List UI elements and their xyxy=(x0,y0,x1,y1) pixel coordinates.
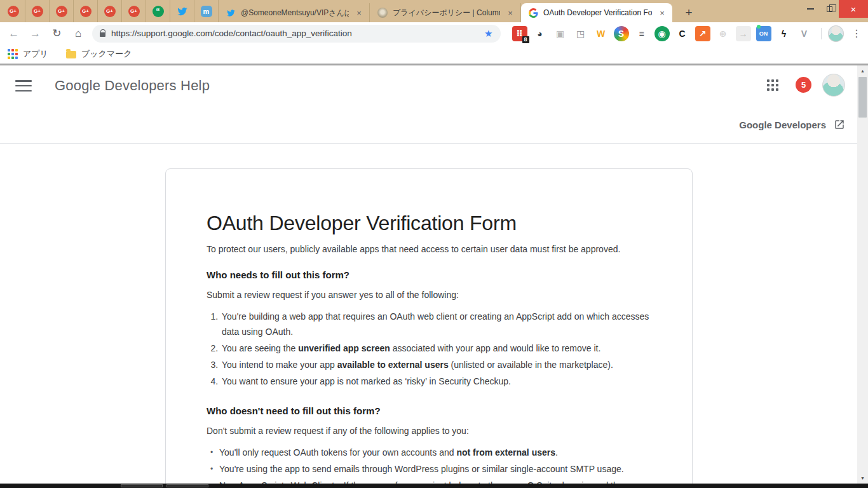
list-item: You'll only request OAuth tokens for you… xyxy=(209,445,651,460)
restore-icon xyxy=(827,6,832,12)
twitter-bird-icon xyxy=(177,6,188,17)
apps-grid-icon xyxy=(8,49,18,59)
tab-close-icon[interactable]: × xyxy=(505,8,515,18)
lightning-icon[interactable]: ϟ xyxy=(776,26,792,41)
twitter-bird-icon xyxy=(226,8,236,18)
new-tab-button[interactable]: + xyxy=(681,6,696,20)
atom-disabled-icon[interactable]: ⊛ xyxy=(715,26,731,41)
blocker-icon[interactable]: ◕ xyxy=(532,26,548,41)
section-heading-who-needs: Who needs to fill out this form? xyxy=(207,269,651,280)
tab-title: プライバシーポリシー | Column Mar xyxy=(393,8,500,18)
pinned-tab-gplus-6[interactable]: G+ xyxy=(122,0,146,22)
tab-close-icon[interactable]: × xyxy=(354,8,364,18)
pinned-tab-gplus-4[interactable]: G+ xyxy=(74,0,98,22)
pinned-tab-gplus-2[interactable]: G+ xyxy=(25,0,50,22)
window-close-button[interactable]: × xyxy=(839,0,868,18)
who-doesnt-list: You'll only request OAuth tokens for you… xyxy=(207,445,651,484)
gplus-icon: G+ xyxy=(8,6,19,17)
url-text[interactable]: https://support.google.com/code/contact/… xyxy=(111,29,478,38)
crowdfire-c-icon[interactable]: C xyxy=(675,26,690,41)
bookmarks-bar: アプリ ブックマーク xyxy=(0,44,868,64)
minimize-icon xyxy=(807,8,814,10)
reload-button[interactable]: ↻ xyxy=(49,26,64,41)
google-apps-grid-icon[interactable] xyxy=(767,79,778,91)
taskbar-window-stub xyxy=(166,484,208,487)
section-lead: Don't submit a review request if any of … xyxy=(207,426,651,436)
cast-icon[interactable]: ◳ xyxy=(573,26,588,41)
section-heading-who-doesnt: Who doesn't need to fill out this form? xyxy=(207,405,651,416)
extensions: ⠿8◕▣◳WS≡◉C↗⊛→ONϟV xyxy=(512,26,812,41)
site-title: Google Developers Help xyxy=(55,78,210,94)
tab-oauth-verification-active[interactable]: OAuth Developer Verification Fo × xyxy=(521,3,672,22)
privacy-eye-icon[interactable]: ◉ xyxy=(654,26,670,41)
page-scrollbar[interactable]: ▲ ▼ xyxy=(857,65,868,484)
google-developers-link[interactable]: Google Developers xyxy=(739,119,845,130)
who-needs-list: You're building a web app that requires … xyxy=(207,309,651,389)
scroll-up-icon[interactable]: ▲ xyxy=(857,65,868,76)
google-developers-link-label: Google Developers xyxy=(739,119,826,130)
gplus-icon: G+ xyxy=(32,6,43,17)
window-minimize-button[interactable] xyxy=(801,0,820,18)
list-item: You're using the app to send emails thro… xyxy=(209,461,651,477)
hamburger-menu-icon[interactable] xyxy=(15,79,32,93)
doc-disabled-icon[interactable]: → xyxy=(736,26,751,41)
taskbar-edge xyxy=(0,484,868,488)
tab-twitter-mentions[interactable]: @SomeoneMentsuyu/VIPさんは × xyxy=(219,3,370,22)
taskbar-window-stub xyxy=(121,484,163,487)
wikiwand-w-icon[interactable]: W xyxy=(593,26,609,41)
screenshot-grid-icon[interactable]: ⠿8 xyxy=(512,26,527,41)
mon-icon[interactable]: ON xyxy=(756,26,771,41)
bookmark-folder-icon xyxy=(66,51,76,58)
secure-lock-icon[interactable] xyxy=(100,32,105,37)
bookmark-star-icon[interactable]: ★ xyxy=(484,28,492,39)
article-card: OAuth Developer Verification Form To pro… xyxy=(165,168,693,484)
toolbar-separator xyxy=(821,28,822,39)
article-intro: To protect our users, publicly available… xyxy=(207,243,651,255)
v-collapse-icon[interactable]: V xyxy=(797,26,812,41)
apps-bookmark[interactable]: アプリ xyxy=(23,48,48,60)
address-bar[interactable]: https://support.google.com/code/contact/… xyxy=(92,25,501,43)
browser-profile-avatar[interactable] xyxy=(828,25,844,42)
scroll-down-icon[interactable]: ▼ xyxy=(857,473,868,484)
hangouts-icon: “ xyxy=(153,6,164,17)
account-avatar[interactable] xyxy=(822,74,845,97)
bookmarks-folder[interactable]: ブックマーク xyxy=(81,48,132,60)
notification-badge[interactable]: 5 xyxy=(796,77,811,93)
gplus-disabled-icon[interactable]: ▣ xyxy=(553,26,568,41)
pinned-tab-gplus-1[interactable]: G+ xyxy=(1,0,25,22)
header-divider xyxy=(0,143,857,144)
buffer-icon[interactable]: ≡ xyxy=(634,26,649,41)
pinned-tab-gplus-5[interactable]: G+ xyxy=(98,0,122,22)
page-content: Google Developers Help 5 Google Develope… xyxy=(0,65,868,484)
pinned-tab-twitter[interactable] xyxy=(170,0,194,22)
list-item: You are seeing the unverified app screen… xyxy=(220,341,651,356)
gplus-icon: G+ xyxy=(56,6,67,17)
back-button[interactable]: ← xyxy=(6,26,22,41)
tab-close-icon[interactable]: × xyxy=(657,8,667,18)
tab-privacy-policy[interactable]: プライバシーポリシー | Column Mar × xyxy=(370,3,521,22)
pinned-tab-mastodon[interactable]: m xyxy=(194,0,219,22)
window-restore-button[interactable] xyxy=(820,0,839,18)
tab-title: @SomeoneMentsuyu/VIPさんは xyxy=(241,8,349,18)
browser-toolbar: ← → ↻ ⌂ https://support.google.com/code/… xyxy=(0,22,868,44)
mastodon-icon: m xyxy=(201,6,212,17)
similarweb-s-icon[interactable]: S xyxy=(614,26,629,41)
gplus-icon: G+ xyxy=(80,6,92,17)
forward-button[interactable]: → xyxy=(28,26,43,41)
home-button[interactable]: ⌂ xyxy=(71,26,86,41)
google-g-icon xyxy=(529,8,538,18)
pinned-tab-gplus-3[interactable]: G+ xyxy=(50,0,74,22)
list-item: You want to ensure your app is not marke… xyxy=(220,374,651,389)
pinned-tab-hangouts[interactable]: “ xyxy=(146,0,170,22)
scrollbar-thumb[interactable] xyxy=(858,77,867,118)
external-link-icon xyxy=(834,119,845,130)
list-item: Non-Apps Scripts Web Clients: If the use… xyxy=(209,478,651,484)
list-item: You intend to make your app available to… xyxy=(220,357,651,372)
analytics-chart-icon[interactable]: ↗ xyxy=(695,26,710,41)
window-controls: × xyxy=(801,0,868,18)
browser-menu-icon[interactable]: ⋮ xyxy=(850,27,863,39)
site-favicon xyxy=(377,8,388,18)
article-title: OAuth Developer Verification Form xyxy=(207,211,651,235)
tab-bar: G+ G+ G+ G+ G+ G+ “ m @SomeoneMentsuyu/V… xyxy=(0,0,868,22)
tab-title: OAuth Developer Verification Fo xyxy=(543,8,652,17)
